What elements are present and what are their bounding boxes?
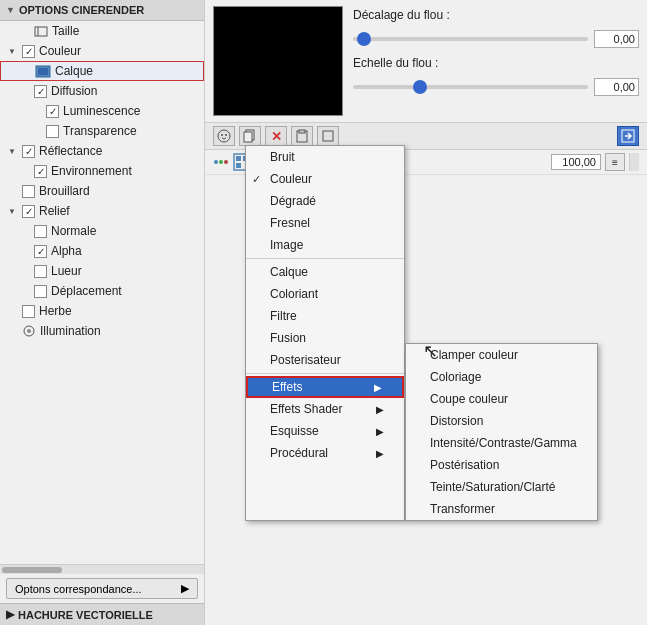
slider-row-decalage: Décalage du flou :: [353, 8, 639, 22]
export-icon: [621, 129, 635, 143]
toolbar-btn-blank[interactable]: [317, 126, 339, 146]
slider-value-echelle[interactable]: 0,00: [594, 78, 639, 96]
checkbox-lueur[interactable]: [34, 265, 47, 278]
dropdown-item-couleur[interactable]: Couleur: [246, 168, 404, 190]
sub-item-transformer[interactable]: Transformer: [406, 498, 597, 520]
dropdown-item-filtre[interactable]: Filtre: [246, 305, 404, 327]
svg-point-5: [27, 329, 31, 333]
tree-item-herbe[interactable]: Herbe: [0, 301, 204, 321]
sub-item-teinte[interactable]: Teinte/Saturation/Clarté: [406, 476, 597, 498]
sub-item-coloriage[interactable]: Coloriage: [406, 366, 597, 388]
dropdown-item-effets[interactable]: Effets ▶: [246, 376, 404, 398]
dropdown-item-bruit[interactable]: Bruit: [246, 146, 404, 168]
slider-thumb-decalage[interactable]: [357, 32, 371, 46]
slider-track-echelle[interactable]: [353, 85, 588, 89]
divider-1: [246, 258, 404, 259]
dropdown-item-coloriant[interactable]: Coloriant: [246, 283, 404, 305]
dropdown-item-fusion[interactable]: Fusion: [246, 327, 404, 349]
scrollbar-thumb[interactable]: [2, 567, 62, 573]
sub-item-distorsion[interactable]: Distorsion: [406, 410, 597, 432]
sub-item-posterisation[interactable]: Postérisation: [406, 454, 597, 476]
sub-item-intensite[interactable]: Intensité/Contraste/Gamma: [406, 432, 597, 454]
checkbox-couleur[interactable]: [22, 45, 35, 58]
dropdown-item-procedural[interactable]: Procédural ▶: [246, 442, 404, 464]
item-label: Fresnel: [270, 216, 310, 230]
options-button[interactable]: Optons correspondance... ▶: [6, 578, 198, 599]
slider-thumb-echelle[interactable]: [413, 80, 427, 94]
tree-item-illumination[interactable]: Illumination: [0, 321, 204, 341]
tree-item-transparence[interactable]: Transparence: [0, 121, 204, 141]
checkbox-env[interactable]: [34, 165, 47, 178]
tree-item-relief[interactable]: ▼ Relief: [0, 201, 204, 221]
checkbox-brouillard[interactable]: [22, 185, 35, 198]
checkbox-luminescence[interactable]: [46, 105, 59, 118]
scrollbar-stub: [629, 153, 639, 171]
tree-item-couleur[interactable]: ▼ Couleur: [0, 41, 204, 61]
slider-value-decalage[interactable]: 0,00: [594, 30, 639, 48]
checkbox-alpha[interactable]: [34, 245, 47, 258]
svg-rect-10: [244, 132, 252, 142]
tree-item-environnement[interactable]: Environnement: [0, 161, 204, 181]
checkbox-transparence[interactable]: [46, 125, 59, 138]
toolbar-btn-copy[interactable]: [239, 126, 261, 146]
tree-label: Brouillard: [39, 184, 90, 198]
slider-label-echelle: Echelle du flou :: [353, 56, 438, 70]
tree-label: Diffusion: [51, 84, 97, 98]
tree-item-lueur[interactable]: Lueur: [0, 261, 204, 281]
sub-dropdown-effets: Clamper couleur Coloriage Coupe couleur …: [405, 343, 598, 521]
item-label: Procédural: [270, 446, 328, 460]
item-label: Couleur: [270, 172, 312, 186]
svg-point-18: [224, 160, 228, 164]
svg-rect-0: [35, 27, 47, 36]
slider-row-echelle: Echelle du flou :: [353, 56, 639, 70]
tree-item-reflectance[interactable]: ▼ Réflectance: [0, 141, 204, 161]
tree-item-diffusion[interactable]: Diffusion: [0, 81, 204, 101]
tree-item-luminescence[interactable]: Luminescence: [0, 101, 204, 121]
dropdown-item-effets-shader[interactable]: Effets Shader ▶: [246, 398, 404, 420]
dropdown-item-image[interactable]: Image: [246, 234, 404, 256]
tree-label: Environnement: [51, 164, 132, 178]
hachure-title: HACHURE VECTORIELLE: [18, 609, 153, 621]
dropdown-container: Bruit Couleur Dégradé Fresnel Image Calq…: [245, 145, 598, 521]
section-header-cinerender: ▼ OPTIONS CINERENDER: [0, 0, 204, 21]
dropdown-item-fresnel[interactable]: Fresnel: [246, 212, 404, 234]
checkbox-diffusion[interactable]: [34, 85, 47, 98]
dropdown-item-degrade[interactable]: Dégradé: [246, 190, 404, 212]
preview-box: [213, 6, 343, 116]
sub-item-label: Distorsion: [430, 414, 483, 428]
tree-item-taille[interactable]: Taille: [0, 21, 204, 41]
horizontal-scrollbar[interactable]: [0, 564, 204, 574]
checkbox-deplacement[interactable]: [34, 285, 47, 298]
checkbox-normale[interactable]: [34, 225, 47, 238]
dropdown-item-calque[interactable]: Calque: [246, 261, 404, 283]
item-label: Filtre: [270, 309, 297, 323]
sub-item-coupe[interactable]: Coupe couleur: [406, 388, 597, 410]
tree-label: Taille: [52, 24, 79, 38]
checkbox-herbe[interactable]: [22, 305, 35, 318]
svg-rect-22: [236, 163, 241, 168]
toolbar-btn-smiley[interactable]: [213, 126, 235, 146]
tree-label: Herbe: [39, 304, 72, 318]
toolbar-btn-x[interactable]: ✕: [265, 126, 287, 146]
toolbar-btn-export[interactable]: [617, 126, 639, 146]
toolbar-btn-paste[interactable]: [291, 126, 313, 146]
slider-track-row-decalage: 0,00: [353, 30, 639, 48]
tree-item-alpha[interactable]: Alpha: [0, 241, 204, 261]
item-label: Coloriant: [270, 287, 318, 301]
tree-item-deplacement[interactable]: Déplacement: [0, 281, 204, 301]
tree-item-normale[interactable]: Normale: [0, 221, 204, 241]
checkbox-reflectance[interactable]: [22, 145, 35, 158]
top-area: Décalage du flou : 0,00 Echelle du flou …: [205, 0, 647, 122]
svg-point-16: [214, 160, 218, 164]
dropdown-item-esquisse[interactable]: Esquisse ▶: [246, 420, 404, 442]
sub-item-label: Intensité/Contraste/Gamma: [430, 436, 577, 450]
tree-item-brouillard[interactable]: Brouillard: [0, 181, 204, 201]
dropdown-item-posterisateur[interactable]: Posterisateur: [246, 349, 404, 371]
slider-track-decalage[interactable]: [353, 37, 588, 41]
checkbox-relief[interactable]: [22, 205, 35, 218]
sub-item-clamper[interactable]: Clamper couleur: [406, 344, 597, 366]
expand-arrow: ▼: [8, 147, 18, 156]
tree-item-calque[interactable]: Calque: [0, 61, 204, 81]
copy-icon: [243, 129, 257, 143]
channel-settings-btn[interactable]: ≡: [605, 153, 625, 171]
